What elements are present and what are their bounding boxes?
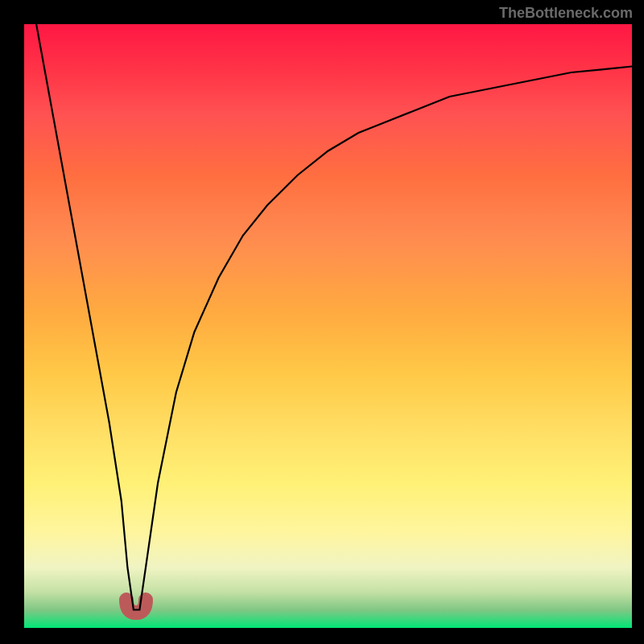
- watermark-text: TheBottleneck.com: [499, 5, 633, 22]
- bottleneck-curve: [24, 24, 632, 628]
